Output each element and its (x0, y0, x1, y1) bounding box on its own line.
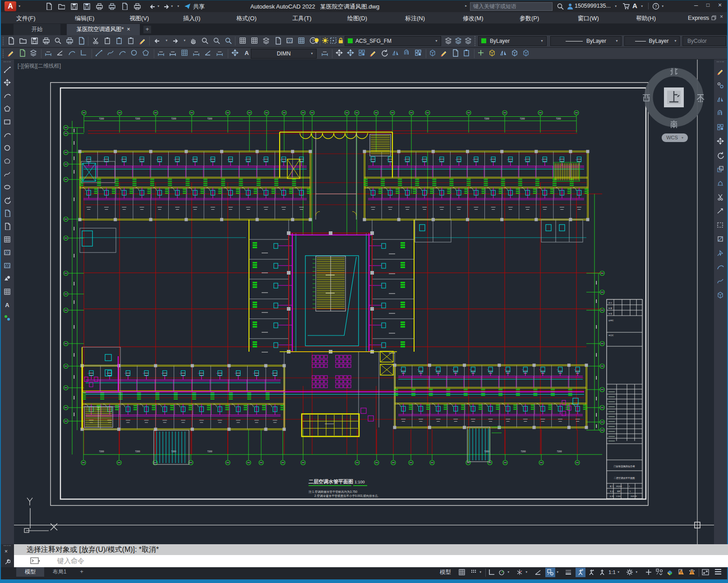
svg-text:设 计: 设 计 (608, 302, 613, 304)
svg-text:制 图: 制 图 (608, 308, 613, 309)
svg-text:A: A (244, 50, 249, 56)
svg-text:09|2|04: 09|2|04 (616, 486, 622, 487)
svg-text:A: A (5, 302, 9, 308)
svg-text:1: 1 (629, 486, 630, 487)
svg-text:7200: 7200 (99, 117, 104, 120)
svg-text:专 业: 专 业 (610, 490, 614, 492)
svg-text:7200: 7200 (520, 117, 525, 120)
svg-text:7200: 7200 (135, 117, 140, 120)
svg-text:7200: 7200 (171, 117, 176, 120)
svg-text:二层空调水管平面图: 二层空调水管平面图 (614, 477, 635, 480)
svg-text:7200: 7200 (556, 117, 561, 120)
svg-text:▼: ▼ (681, 136, 684, 139)
svg-text:单位栏: 单位栏 (608, 334, 614, 336)
svg-text:5: 5 (630, 491, 631, 492)
svg-text:2.空调冷凝水干管坡度应不小于0.003,坡向排水点.: 2.空调冷凝水干管坡度应不小于0.003,坡向排水点. (314, 494, 378, 498)
svg-text:注:1.空调两侧水管干管标高均为3.750: 注:1.空调两侧水管干管标高均为3.750 (309, 490, 357, 494)
svg-text:2009.03: 2009.03 (631, 496, 637, 497)
svg-text:采暖: 采暖 (617, 490, 621, 492)
svg-text:7200: 7200 (484, 117, 489, 120)
svg-text:比 例: 比 例 (610, 495, 614, 497)
svg-text:7200: 7200 (557, 450, 562, 453)
svg-text:7200: 7200 (521, 450, 525, 453)
svg-text:1:100: 1:100 (616, 496, 621, 497)
svg-text:?: ? (654, 4, 657, 9)
svg-text:会签栏: 会签栏 (608, 319, 614, 321)
svg-text:1:100: 1:100 (355, 480, 365, 484)
svg-text:7200: 7200 (99, 450, 104, 453)
svg-text:二层空调水管平面图: 二层空调水管平面图 (309, 479, 353, 484)
svg-text:WCS: WCS (666, 135, 678, 140)
svg-text:审 核: 审 核 (608, 312, 613, 315)
svg-text:7200: 7200 (207, 450, 212, 453)
svg-text:7200: 7200 (207, 117, 212, 120)
svg-text:7200: 7200 (135, 450, 140, 453)
svg-text:图 号: 图 号 (610, 486, 614, 487)
svg-text:门诊医技病房综合楼: 门诊医技病房综合楼 (614, 465, 636, 468)
